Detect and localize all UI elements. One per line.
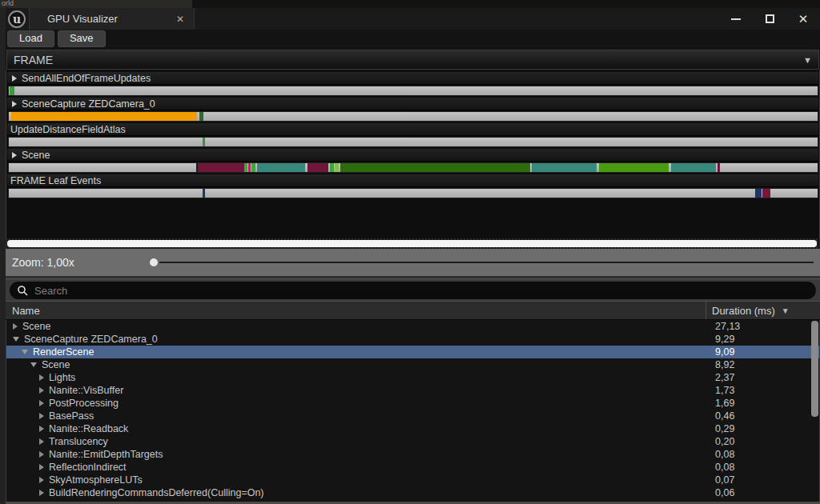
- timeline-row-label[interactable]: SceneCapture ZEDCamera_0: [7, 98, 818, 110]
- row-name-cell: Nanite::EmitDepthTargets: [6, 449, 705, 460]
- timeline-track[interactable]: [8, 111, 818, 122]
- timeline-segment[interactable]: [198, 163, 244, 172]
- table-row[interactable]: Nanite::EmitDepthTargets0,08: [6, 448, 819, 461]
- table-row[interactable]: SkyAtmosphereLUTs0,07: [6, 474, 819, 486]
- expand-arrow-icon[interactable]: [13, 323, 18, 330]
- row-name-cell: Lights: [6, 372, 705, 383]
- zoom-slider-handle[interactable]: [150, 258, 158, 266]
- timeline-segment[interactable]: [671, 163, 716, 172]
- timeline-segment[interactable]: [599, 163, 669, 172]
- column-header-duration[interactable]: Duration (ms) ▼: [706, 302, 820, 319]
- expand-arrow-icon[interactable]: [39, 387, 44, 394]
- timeline-segment[interactable]: [340, 163, 530, 172]
- table-row[interactable]: Translucency0,20: [6, 435, 819, 448]
- table-row[interactable]: BasePass0,46: [6, 410, 819, 422]
- load-button[interactable]: Load: [7, 30, 54, 47]
- timeline-row-label[interactable]: SendAllEndOfFrameUpdates: [7, 72, 818, 85]
- table-row[interactable]: RenderScene9,09: [6, 346, 819, 358]
- timeline-segment[interactable]: [762, 189, 770, 198]
- timeline-track[interactable]: [8, 137, 818, 147]
- save-button[interactable]: Save: [58, 30, 106, 47]
- horizontal-scrollbar-thumb[interactable]: [7, 240, 817, 247]
- timeline-segment[interactable]: [718, 163, 721, 172]
- expand-arrow-icon[interactable]: [39, 426, 44, 432]
- timeline-segment[interactable]: [10, 86, 14, 95]
- table-header: Name Duration (ms) ▼: [6, 301, 820, 320]
- column-header-name[interactable]: Name: [6, 302, 706, 319]
- row-name-cell: Nanite::VisBuffer: [6, 385, 705, 396]
- table-row[interactable]: SceneCapture ZEDCamera_09,29: [6, 333, 819, 346]
- timeline-segment[interactable]: [199, 112, 203, 121]
- timeline-segment[interactable]: [257, 163, 305, 172]
- frame-dropdown[interactable]: FRAME ▼: [6, 50, 819, 70]
- timeline-segment[interactable]: [755, 189, 762, 198]
- close-button[interactable]: ✕: [786, 8, 820, 30]
- row-name: Nanite::VisBuffer: [49, 385, 123, 396]
- unreal-engine-logo-icon: u: [8, 10, 26, 28]
- zoom-slider[interactable]: [150, 258, 814, 267]
- timeline-row-label[interactable]: FRAME Leaf Events: [7, 174, 818, 187]
- table-row[interactable]: Nanite::VisBuffer1,73: [6, 384, 819, 397]
- row-duration: 8,92: [705, 359, 819, 370]
- timeline-row-label[interactable]: Scene: [7, 149, 818, 162]
- maximize-icon: [766, 14, 774, 23]
- timeline-track[interactable]: [8, 188, 818, 198]
- row-name-cell: ReflectionIndirect: [6, 462, 705, 473]
- search-input[interactable]: Search: [10, 282, 816, 299]
- expand-arrow-icon[interactable]: [39, 400, 44, 406]
- table-row[interactable]: ReflectionIndirect0,08: [6, 461, 819, 474]
- row-name-cell: BasePass: [6, 410, 705, 422]
- timeline-row-label[interactable]: UpdateDistanceFieldAtlas: [7, 123, 818, 136]
- expand-arrow-icon[interactable]: [39, 451, 44, 458]
- expand-arrow-icon[interactable]: [39, 413, 44, 419]
- timeline-segment[interactable]: [244, 163, 247, 172]
- table-row[interactable]: BuildRenderingCommandsDeferred(Culling=O…: [6, 486, 819, 499]
- row-name: Scene: [22, 321, 50, 332]
- timeline-row-name: UpdateDistanceFieldAtlas: [10, 124, 126, 135]
- collapse-arrow-icon[interactable]: [13, 337, 19, 342]
- expand-arrow-icon[interactable]: [39, 438, 44, 445]
- timeline-row-name: SceneCapture ZEDCamera_0: [22, 98, 155, 110]
- frame-dropdown-label: FRAME: [14, 54, 803, 66]
- row-name: Scene: [42, 359, 70, 370]
- horizontal-scrollbar[interactable]: [6, 238, 820, 249]
- expand-arrow-icon[interactable]: [39, 374, 44, 381]
- collapse-arrow-icon[interactable]: [30, 362, 37, 367]
- row-name: BuildRenderingCommandsDeferred(Culling=O…: [49, 487, 264, 498]
- table-row[interactable]: PostProcessing1,69: [6, 397, 819, 410]
- timeline-track[interactable]: [8, 86, 818, 96]
- row-name-cell: Translucency: [6, 436, 705, 447]
- row-duration: 27,13: [705, 321, 819, 332]
- timeline-segment[interactable]: [251, 163, 255, 172]
- table-row[interactable]: Nanite::Readback0,29: [6, 422, 819, 435]
- timeline-segment[interactable]: [11, 112, 197, 121]
- collapse-arrow-icon[interactable]: [22, 350, 28, 354]
- expand-arrow-icon[interactable]: [39, 477, 44, 483]
- title-bar: u GPU Visualizer ✕ ✕: [6, 8, 820, 30]
- background-window-text: orld: [2, 0, 14, 7]
- timeline-segment[interactable]: [203, 138, 205, 146]
- expand-arrow-icon[interactable]: [39, 490, 44, 496]
- row-duration: 0,29: [705, 423, 819, 434]
- timeline-segment[interactable]: [330, 163, 334, 172]
- table-row[interactable]: Scene27,13: [6, 320, 819, 333]
- timeline-segment[interactable]: [203, 189, 205, 198]
- minimize-button[interactable]: [719, 8, 753, 30]
- table-row[interactable]: Lights2,37: [6, 371, 819, 384]
- timeline-segment[interactable]: [335, 163, 339, 172]
- tab-close-icon[interactable]: ✕: [175, 14, 186, 25]
- row-name: SkyAtmosphereLUTs: [49, 474, 143, 486]
- timeline-segment[interactable]: [248, 163, 251, 172]
- tab-gpu-visualizer[interactable]: GPU Visualizer ✕: [29, 8, 195, 30]
- expand-arrow-icon: [12, 75, 17, 82]
- expand-arrow-icon[interactable]: [39, 464, 44, 470]
- zoom-control-bar: Zoom: 1,00x: [6, 249, 820, 276]
- table-row[interactable]: Scene8,92: [6, 358, 819, 371]
- maximize-button[interactable]: [753, 8, 786, 30]
- timeline-segment[interactable]: [532, 163, 597, 172]
- row-name: RenderScene: [33, 346, 94, 358]
- timeline-track[interactable]: [8, 162, 818, 173]
- vertical-scrollbar-thumb[interactable]: [811, 321, 818, 417]
- timeline-segment[interactable]: [308, 163, 328, 172]
- zoom-slider-track[interactable]: [159, 262, 814, 263]
